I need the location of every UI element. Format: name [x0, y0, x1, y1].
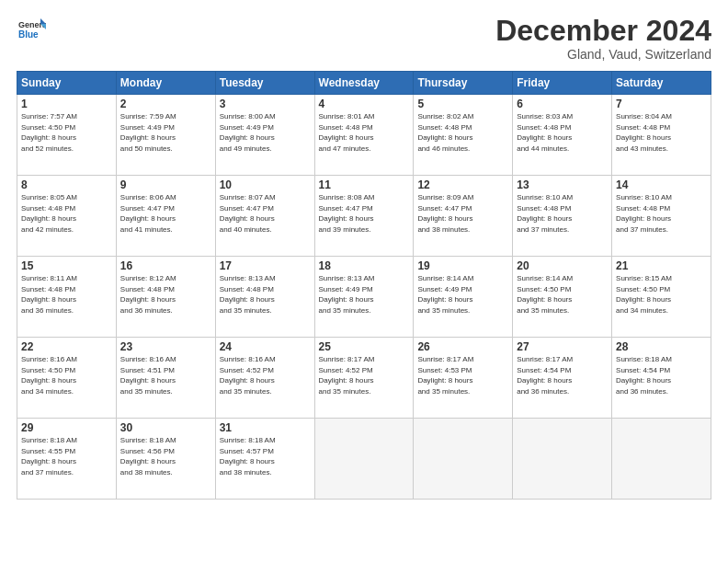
day-info: Sunrise: 8:16 AMSunset: 4:52 PMDaylight:…: [220, 354, 311, 396]
empty-cell: [513, 419, 612, 500]
day-cell-11: 11Sunrise: 8:08 AMSunset: 4:47 PMDayligh…: [314, 176, 414, 257]
day-cell-5: 5Sunrise: 8:02 AMSunset: 4:48 PMDaylight…: [414, 95, 513, 176]
day-info: Sunrise: 8:04 AMSunset: 4:48 PMDaylight:…: [616, 111, 707, 154]
day-info: Sunrise: 7:59 AMSunset: 4:49 PMDaylight:…: [120, 111, 211, 154]
day-number: 10: [220, 178, 311, 191]
day-number: 28: [616, 340, 707, 353]
empty-cell: [414, 419, 513, 500]
day-number: 9: [120, 178, 211, 191]
day-info: Sunrise: 7:57 AMSunset: 4:50 PMDaylight:…: [21, 111, 112, 154]
day-info: Sunrise: 8:11 AMSunset: 4:48 PMDaylight:…: [21, 273, 112, 316]
day-info: Sunrise: 8:18 AMSunset: 4:56 PMDaylight:…: [120, 435, 211, 477]
day-cell-9: 9Sunrise: 8:06 AMSunset: 4:47 PMDaylight…: [116, 176, 215, 257]
day-cell-20: 20Sunrise: 8:14 AMSunset: 4:50 PMDayligh…: [513, 257, 612, 338]
day-number: 30: [120, 421, 211, 434]
day-number: 4: [319, 98, 410, 110]
day-number: 15: [21, 259, 112, 272]
day-cell-2: 2Sunrise: 7:59 AMSunset: 4:49 PMDaylight…: [116, 95, 215, 176]
day-number: 7: [616, 98, 707, 110]
day-info: Sunrise: 8:10 AMSunset: 4:48 PMDaylight:…: [517, 192, 608, 235]
col-sunday: Sunday: [17, 72, 117, 95]
day-cell-8: 8Sunrise: 8:05 AMSunset: 4:48 PMDaylight…: [17, 176, 117, 257]
day-cell-25: 25Sunrise: 8:17 AMSunset: 4:52 PMDayligh…: [314, 338, 414, 419]
col-tuesday: Tuesday: [215, 72, 314, 95]
day-number: 13: [517, 178, 608, 191]
day-cell-30: 30Sunrise: 8:18 AMSunset: 4:56 PMDayligh…: [116, 419, 215, 500]
day-number: 11: [319, 178, 410, 191]
day-info: Sunrise: 8:07 AMSunset: 4:47 PMDaylight:…: [220, 192, 311, 235]
day-cell-21: 21Sunrise: 8:15 AMSunset: 4:50 PMDayligh…: [612, 257, 711, 338]
day-info: Sunrise: 8:10 AMSunset: 4:48 PMDaylight:…: [616, 192, 707, 235]
day-info: Sunrise: 8:01 AMSunset: 4:48 PMDaylight:…: [319, 111, 410, 154]
day-header-row: Sunday Monday Tuesday Wednesday Thursday…: [17, 72, 711, 95]
day-cell-18: 18Sunrise: 8:13 AMSunset: 4:49 PMDayligh…: [314, 257, 414, 338]
day-info: Sunrise: 8:17 AMSunset: 4:54 PMDaylight:…: [517, 354, 608, 396]
day-number: 16: [120, 259, 211, 272]
day-cell-7: 7Sunrise: 8:04 AMSunset: 4:48 PMDaylight…: [612, 95, 711, 176]
day-cell-19: 19Sunrise: 8:14 AMSunset: 4:49 PMDayligh…: [414, 257, 513, 338]
title-block: December 2024 Gland, Vaud, Switzerland: [495, 15, 711, 62]
day-info: Sunrise: 8:12 AMSunset: 4:48 PMDaylight:…: [120, 273, 211, 316]
location-subtitle: Gland, Vaud, Switzerland: [495, 47, 711, 62]
calendar: Sunday Monday Tuesday Wednesday Thursday…: [17, 71, 711, 552]
calendar-week-5: 29Sunrise: 8:18 AMSunset: 4:55 PMDayligh…: [17, 419, 711, 500]
day-info: Sunrise: 8:14 AMSunset: 4:50 PMDaylight:…: [517, 273, 608, 316]
day-info: Sunrise: 8:06 AMSunset: 4:47 PMDaylight:…: [120, 192, 211, 235]
day-info: Sunrise: 8:09 AMSunset: 4:47 PMDaylight:…: [417, 192, 508, 235]
day-cell-26: 26Sunrise: 8:17 AMSunset: 4:53 PMDayligh…: [414, 338, 513, 419]
day-number: 22: [21, 340, 112, 353]
svg-text:Blue: Blue: [18, 29, 39, 40]
day-info: Sunrise: 8:15 AMSunset: 4:50 PMDaylight:…: [616, 273, 707, 316]
day-cell-28: 28Sunrise: 8:18 AMSunset: 4:54 PMDayligh…: [612, 338, 711, 419]
day-cell-14: 14Sunrise: 8:10 AMSunset: 4:48 PMDayligh…: [612, 176, 711, 257]
col-wednesday: Wednesday: [314, 72, 414, 95]
logo-icon: General Blue: [17, 15, 46, 44]
calendar-week-4: 22Sunrise: 8:16 AMSunset: 4:50 PMDayligh…: [17, 338, 711, 419]
day-cell-10: 10Sunrise: 8:07 AMSunset: 4:47 PMDayligh…: [215, 176, 314, 257]
day-info: Sunrise: 8:18 AMSunset: 4:57 PMDaylight:…: [220, 435, 311, 477]
day-number: 23: [120, 340, 211, 353]
day-number: 5: [417, 98, 508, 110]
day-number: 12: [417, 178, 508, 191]
day-cell-4: 4Sunrise: 8:01 AMSunset: 4:48 PMDaylight…: [314, 95, 414, 176]
day-info: Sunrise: 8:03 AMSunset: 4:48 PMDaylight:…: [517, 111, 608, 154]
day-cell-17: 17Sunrise: 8:13 AMSunset: 4:48 PMDayligh…: [215, 257, 314, 338]
empty-cell: [612, 419, 711, 500]
day-number: 8: [21, 178, 112, 191]
day-info: Sunrise: 8:17 AMSunset: 4:53 PMDaylight:…: [417, 354, 508, 396]
day-number: 6: [517, 98, 608, 110]
day-cell-23: 23Sunrise: 8:16 AMSunset: 4:51 PMDayligh…: [116, 338, 215, 419]
day-cell-31: 31Sunrise: 8:18 AMSunset: 4:57 PMDayligh…: [215, 419, 314, 500]
day-number: 29: [21, 421, 112, 434]
day-info: Sunrise: 8:13 AMSunset: 4:49 PMDaylight:…: [319, 273, 410, 316]
day-cell-3: 3Sunrise: 8:00 AMSunset: 4:49 PMDaylight…: [215, 95, 314, 176]
day-cell-12: 12Sunrise: 8:09 AMSunset: 4:47 PMDayligh…: [414, 176, 513, 257]
day-cell-16: 16Sunrise: 8:12 AMSunset: 4:48 PMDayligh…: [116, 257, 215, 338]
page: General Blue December 2024 Gland, Vaud, …: [0, 0, 728, 563]
day-number: 2: [120, 98, 211, 110]
day-info: Sunrise: 8:13 AMSunset: 4:48 PMDaylight:…: [220, 273, 311, 316]
day-number: 17: [220, 259, 311, 272]
month-title: December 2024: [495, 15, 711, 47]
col-thursday: Thursday: [414, 72, 513, 95]
day-info: Sunrise: 8:00 AMSunset: 4:49 PMDaylight:…: [220, 111, 311, 154]
day-number: 27: [517, 340, 608, 353]
day-info: Sunrise: 8:16 AMSunset: 4:50 PMDaylight:…: [21, 354, 112, 396]
day-info: Sunrise: 8:14 AMSunset: 4:49 PMDaylight:…: [417, 273, 508, 316]
day-number: 18: [319, 259, 410, 272]
day-number: 26: [417, 340, 508, 353]
day-cell-15: 15Sunrise: 8:11 AMSunset: 4:48 PMDayligh…: [17, 257, 117, 338]
calendar-table: Sunday Monday Tuesday Wednesday Thursday…: [17, 71, 711, 500]
day-cell-13: 13Sunrise: 8:10 AMSunset: 4:48 PMDayligh…: [513, 176, 612, 257]
logo: General Blue: [17, 15, 46, 48]
day-number: 14: [616, 178, 707, 191]
day-cell-29: 29Sunrise: 8:18 AMSunset: 4:55 PMDayligh…: [17, 419, 117, 500]
day-info: Sunrise: 8:02 AMSunset: 4:48 PMDaylight:…: [417, 111, 508, 154]
day-number: 19: [417, 259, 508, 272]
day-info: Sunrise: 8:16 AMSunset: 4:51 PMDaylight:…: [120, 354, 211, 396]
day-cell-24: 24Sunrise: 8:16 AMSunset: 4:52 PMDayligh…: [215, 338, 314, 419]
day-info: Sunrise: 8:17 AMSunset: 4:52 PMDaylight:…: [319, 354, 410, 396]
calendar-week-2: 8Sunrise: 8:05 AMSunset: 4:48 PMDaylight…: [17, 176, 711, 257]
calendar-week-3: 15Sunrise: 8:11 AMSunset: 4:48 PMDayligh…: [17, 257, 711, 338]
col-monday: Monday: [116, 72, 215, 95]
